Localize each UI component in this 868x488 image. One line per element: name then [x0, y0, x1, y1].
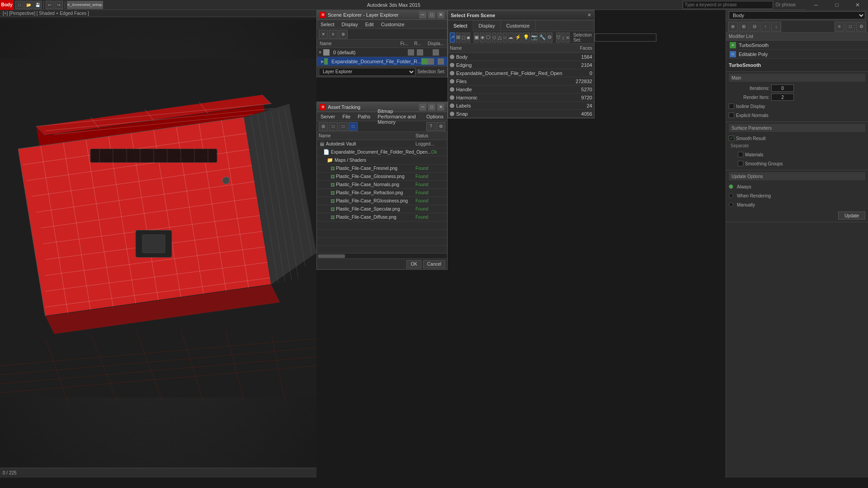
sfs-all-btn[interactable]: ■ [467, 33, 471, 42]
at-cancel-button[interactable]: Cancel [423, 260, 445, 268]
rp-tb-icon2[interactable]: ⊞ [739, 22, 749, 32]
redo-icon[interactable]: ↪ [55, 1, 63, 9]
sfs-icon11[interactable]: 🔧 [539, 33, 546, 42]
sfs-sort-icon[interactable]: ↕ [561, 33, 565, 42]
ts-smooth-result-checkbox[interactable] [729, 136, 734, 141]
ts-explicit-normals-checkbox[interactable] [729, 113, 734, 118]
sfs-tab-display[interactable]: Display [473, 20, 501, 31]
sfs-icon7[interactable]: ☁ [508, 33, 514, 42]
ts-surface-header[interactable]: Surface Parameters [729, 124, 865, 132]
sfs-icon10[interactable]: 📷 [531, 33, 538, 42]
sfs-row-handle[interactable]: Handle 5270 [448, 85, 594, 94]
sfs-icon5[interactable]: △ [497, 33, 502, 42]
maximize-button[interactable]: □ [826, 0, 847, 10]
sfs-tab-customize[interactable]: Customize [501, 20, 536, 31]
at-row-maps[interactable]: 📁 Maps / Shaders [317, 156, 447, 164]
ts-isoline-checkbox[interactable] [729, 103, 734, 109]
at-tb-icon2[interactable]: □ [329, 122, 338, 131]
le-tb-icon1[interactable]: ✕ [319, 30, 328, 39]
at-row-refraction[interactable]: 🖼 Plastic_File-Case_Refraction.png Found [317, 189, 447, 197]
ts-when-rendering-radio[interactable] [729, 193, 733, 198]
at-tb-icon4[interactable]: □ [349, 122, 358, 131]
at-row-vault[interactable]: 🏛 Autodesk Vault Logged... [317, 140, 447, 148]
sfs-icon1[interactable]: ▣ [474, 33, 479, 42]
sfs-row-files[interactable]: Files 272832 [448, 77, 594, 85]
ts-update-header[interactable]: Update Options [729, 172, 865, 180]
sfs-icon12[interactable]: ⚙ [547, 33, 552, 42]
at-row-glossiness[interactable]: 🖼 Plastic_File-Case_Glossiness.png Found [317, 173, 447, 181]
sfs-row-body[interactable]: Body 1564 [448, 53, 594, 61]
at-menu-options[interactable]: Options [425, 114, 445, 119]
ts-always-radio[interactable] [729, 184, 733, 189]
ts-smoothing-groups-checkbox[interactable] [738, 161, 743, 166]
sfs-row-snap[interactable]: Snap 4056 [448, 110, 594, 118]
at-menu-server[interactable]: Server [319, 114, 337, 119]
at-ok-button[interactable]: OK [406, 260, 421, 268]
at-scroll-area[interactable]: 🏛 Autodesk Vault Logged... 📄 Expandable_… [317, 140, 447, 253]
save-icon[interactable]: 💾 [33, 1, 42, 9]
le-menu-display[interactable]: Display [340, 22, 360, 27]
layer-row-default[interactable]: ▼ 0 (default) [317, 48, 447, 57]
layer-explorer-dropdown[interactable]: Layer Explorer [319, 68, 415, 76]
layer-row-expandable[interactable]: ▶ Expandable_Document_File_Folder_R... [317, 57, 447, 66]
sfs-icon9[interactable]: 💡 [523, 33, 530, 42]
sfs-selection-set-input[interactable] [594, 33, 656, 42]
rp-tb-icon6[interactable]: ≡ [835, 22, 844, 32]
ts-update-button[interactable]: Update [838, 211, 865, 220]
ts-materials-checkbox[interactable] [738, 152, 743, 157]
sfs-invert-btn[interactable]: ⊞ [456, 33, 461, 42]
undo-icon[interactable]: ↩ [46, 1, 54, 9]
viewport-canvas[interactable] [0, 20, 316, 478]
at-row-specular[interactable]: 🖼 Plastic_File-Case_Specular.png Found [317, 205, 447, 213]
at-tb-help[interactable]: ? [426, 122, 435, 131]
ts-iterations-input[interactable] [771, 84, 794, 92]
at-row-rgloss[interactable]: 🖼 Plastic_File-Case_RGlossiness.png Foun… [317, 197, 447, 205]
at-tb-icon1[interactable]: ⊞ [319, 122, 328, 131]
at-row-normals[interactable]: 🖼 Plastic_File-Case_Normals.png Found [317, 181, 447, 189]
at-scrollbar-thumb[interactable] [318, 254, 345, 258]
at-maximize[interactable]: □ [428, 103, 435, 111]
sfs-icon8[interactable]: ⚡ [514, 33, 522, 42]
le-menu-edit[interactable]: Edit [363, 22, 376, 27]
sfs-close-icon[interactable]: ✕ [587, 12, 591, 18]
at-tb-settings[interactable]: ⚙ [436, 122, 445, 131]
le-tb-icon2[interactable]: ≡ [329, 30, 338, 39]
le-menu-select[interactable]: Select [319, 22, 336, 27]
rp-tb-icon3[interactable]: ⊟ [750, 22, 760, 32]
sfs-select-btn[interactable]: ↗ [450, 33, 455, 42]
rp-tb-icon8[interactable]: ⚙ [856, 22, 866, 32]
sfs-row-labels[interactable]: Labels 24 [448, 102, 594, 110]
le-menu-customize[interactable]: Customize [379, 22, 406, 27]
at-close[interactable]: ✕ [437, 103, 444, 111]
search-input[interactable] [683, 1, 773, 9]
at-row-expandable[interactable]: 📄 Expandable_Document_File_Folder_Red_Op… [317, 148, 447, 156]
close-button[interactable]: ✕ [847, 0, 868, 10]
modifier-item-turbosmooth[interactable]: ⊕ TurboSmooth [726, 41, 868, 50]
sfs-none-btn[interactable]: □ [462, 33, 466, 42]
sfs-row-edging[interactable]: Edging 2104 [448, 61, 594, 69]
rp-tb-icon1[interactable]: ⊕ [728, 22, 738, 32]
sfs-row-expandable[interactable]: Expandable_Document_File_Folder_Red_Open… [448, 69, 594, 77]
rp-body-dropdown[interactable]: Body [729, 11, 865, 19]
ts-render-iters-input[interactable] [771, 94, 794, 101]
rp-tb-icon5[interactable]: ↓ [771, 22, 781, 32]
ts-main-header[interactable]: Main [729, 74, 865, 82]
sfs-filter-icon[interactable]: ▽ [556, 33, 561, 42]
rp-tb-icon4[interactable]: ↑ [760, 22, 770, 32]
sfs-group-icon[interactable]: ≡ [566, 33, 569, 42]
layer-explorer-close[interactable]: ✕ [437, 11, 444, 19]
layer-explorer-maximize[interactable]: □ [428, 11, 435, 19]
layer-explorer-minimize[interactable]: ─ [419, 11, 426, 19]
at-menu-bitmap[interactable]: Bitmap Performance and Memory [376, 108, 421, 125]
sfs-tab-select[interactable]: Select [448, 20, 473, 31]
sfs-icon4[interactable]: ◇ [492, 33, 496, 42]
rp-tb-icon7[interactable]: □ [845, 22, 855, 32]
ts-manually-radio[interactable] [729, 202, 733, 207]
at-menu-file[interactable]: File [340, 114, 352, 119]
sfs-icon6[interactable]: ○ [503, 33, 507, 42]
minimize-button[interactable]: ─ [806, 0, 826, 10]
at-tb-icon3[interactable]: □ [339, 122, 348, 131]
at-menu-paths[interactable]: Paths [356, 114, 372, 119]
le-tb-icon3[interactable]: ⊕ [339, 30, 348, 39]
sfs-icon2[interactable]: ◈ [480, 33, 485, 42]
